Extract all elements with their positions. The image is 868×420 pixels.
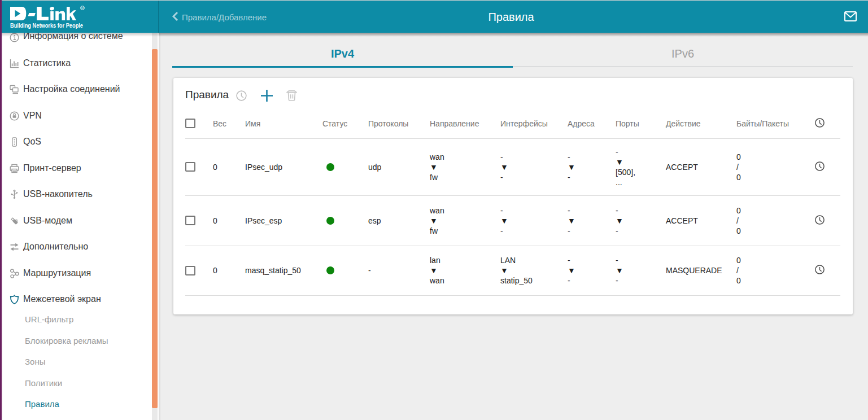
svg-text:R: R <box>81 6 84 10</box>
